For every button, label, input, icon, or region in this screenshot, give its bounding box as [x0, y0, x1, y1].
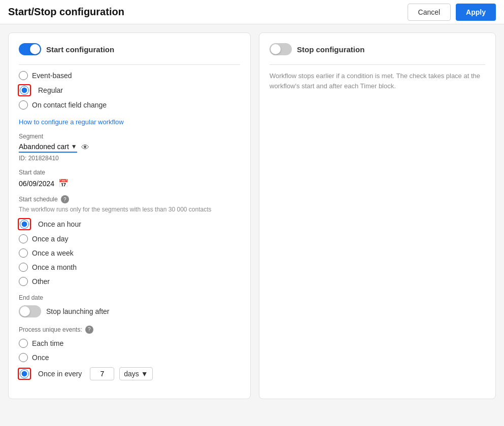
- once-hour-radio-highlight: [19, 219, 30, 229]
- top-bar: Start/Stop configuration Cancel Apply: [0, 0, 504, 24]
- schedule-options-group: Once an hour Once a day Once a week Once…: [19, 219, 240, 286]
- end-date-label: End date: [19, 294, 240, 301]
- schedule-note: The workflow runs only for the segments …: [19, 205, 240, 214]
- segment-name: Abandoned cart: [19, 143, 69, 151]
- start-date-value: 06/09/2024: [19, 180, 54, 188]
- regular-radio-highlight: [19, 85, 30, 95]
- start-date-label: Start date: [19, 169, 240, 176]
- left-panel: Start configuration Event-based Regular …: [8, 32, 251, 399]
- radio-once-day[interactable]: Once a day: [19, 234, 240, 243]
- process-header: Process unique events: ?: [19, 326, 240, 334]
- stop-config-note: Workflow stops earlier if a condition is…: [270, 71, 485, 91]
- trigger-type-group: Event-based Regular On contact field cha…: [19, 71, 240, 110]
- stop-config-toggle[interactable]: [270, 43, 292, 55]
- top-bar-actions: Cancel Apply: [408, 4, 496, 21]
- once-in-every-input[interactable]: [90, 367, 114, 380]
- chevron-down-icon: ▼: [71, 143, 77, 150]
- stop-launching-toggle[interactable]: [19, 305, 41, 317]
- eye-icon[interactable]: 👁: [81, 143, 89, 152]
- radio-once-process[interactable]: Once: [19, 353, 240, 362]
- date-row: 06/09/2024 📅: [19, 179, 240, 188]
- segment-id: ID: 201828410: [19, 155, 240, 162]
- start-config-header: Start configuration: [19, 43, 240, 55]
- radio-each-time[interactable]: Each time: [19, 339, 240, 348]
- radio-other[interactable]: Other: [19, 277, 240, 286]
- help-icon[interactable]: ?: [61, 195, 69, 203]
- start-config-toggle[interactable]: [19, 43, 41, 55]
- page-title: Start/Stop configuration: [8, 6, 124, 18]
- days-chevron-icon: ▼: [141, 370, 148, 378]
- schedule-title: Start schedule: [19, 196, 58, 203]
- process-options-group: Each time Once Once in every days ▼: [19, 339, 240, 380]
- calendar-icon[interactable]: 📅: [58, 179, 69, 188]
- days-select[interactable]: days ▼: [119, 367, 152, 380]
- stop-launching-row: Stop launching after: [19, 305, 240, 317]
- apply-button[interactable]: Apply: [456, 4, 496, 21]
- schedule-header: Start schedule ?: [19, 195, 240, 203]
- once-in-every-radio-highlight: [19, 369, 30, 379]
- radio-event-based[interactable]: Event-based: [19, 71, 240, 80]
- radio-once-hour[interactable]: Once an hour: [19, 219, 240, 229]
- cancel-button[interactable]: Cancel: [408, 4, 451, 21]
- radio-once-in-every[interactable]: Once in every days ▼: [19, 367, 240, 380]
- process-help-icon[interactable]: ?: [85, 326, 93, 334]
- radio-once-week[interactable]: Once a week: [19, 248, 240, 258]
- radio-once-month[interactable]: Once a month: [19, 263, 240, 272]
- radio-regular[interactable]: Regular: [19, 85, 240, 95]
- segment-select[interactable]: Abandoned cart ▼: [19, 143, 77, 153]
- segment-label: Segment: [19, 133, 240, 140]
- process-title: Process unique events:: [19, 326, 82, 333]
- once-in-every-controls: days ▼: [90, 367, 152, 380]
- stop-config-header: Stop configuration: [270, 43, 485, 55]
- segment-row: Abandoned cart ▼ 👁: [19, 143, 240, 153]
- help-link[interactable]: How to configure a regular workflow: [19, 118, 124, 126]
- days-label: days: [124, 370, 139, 378]
- stop-config-title: Stop configuration: [297, 45, 364, 54]
- radio-contact-field[interactable]: On contact field change: [19, 100, 240, 110]
- right-panel: Stop configuration Workflow stops earlie…: [259, 32, 496, 399]
- stop-launching-label: Stop launching after: [46, 307, 110, 315]
- start-config-title: Start configuration: [46, 45, 114, 54]
- main-content: Start configuration Event-based Regular …: [0, 24, 504, 407]
